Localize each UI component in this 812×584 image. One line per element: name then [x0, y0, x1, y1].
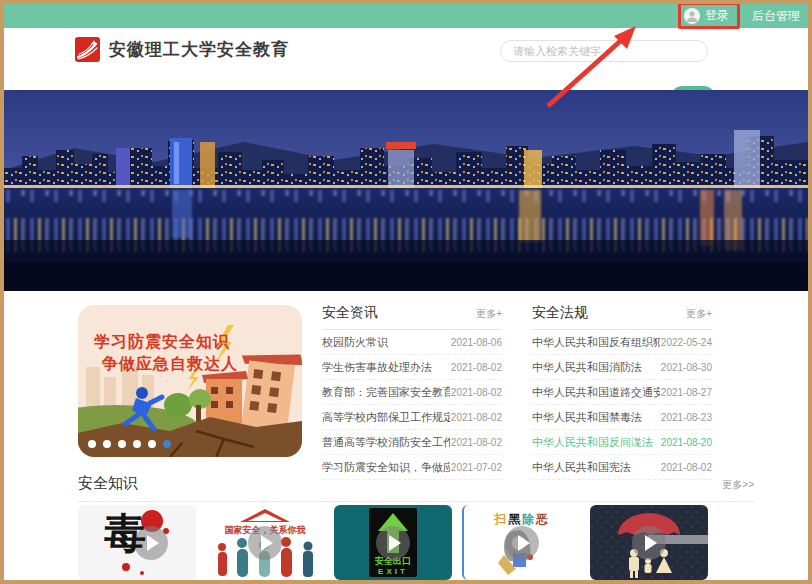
anti-drug-video[interactable]: 毒 — [78, 505, 196, 580]
carousel-dots — [88, 440, 171, 448]
laws-section-title: 安全法规 — [532, 304, 588, 322]
news-item[interactable]: 高等学校内部保卫工作规定 2021-08-02 — [322, 405, 502, 430]
law-item[interactable]: 中华人民共和国反有组织犯罪法 2022-05-24 — [532, 330, 712, 355]
login-button[interactable]: 登录 — [678, 4, 740, 29]
news-item-date: 2021-08-02 — [451, 412, 502, 423]
admin-link[interactable]: 后台管理 — [752, 8, 800, 25]
safety-exit-video[interactable]: 安全出口 EXIT — [334, 505, 452, 580]
search-input[interactable] — [500, 40, 708, 62]
law-item-date: 2021-08-20 — [661, 437, 712, 448]
family-protection-video[interactable] — [590, 505, 708, 580]
news-more-link[interactable]: 更多+ — [476, 307, 502, 321]
news-item-title: 教育部：完善国家安全教育内容体系 — [322, 385, 450, 400]
law-item[interactable]: 中华人民共和国反间谍法 2021-08-20 — [532, 430, 712, 455]
carousel-dot[interactable] — [148, 440, 156, 448]
login-label: 登录 — [705, 7, 729, 24]
play-icon — [376, 526, 410, 560]
site-title: 安徽理工大学安全教育 — [109, 38, 289, 61]
knowledge-more-link[interactable]: 更多>> — [722, 478, 754, 492]
svg-text:争做应急自救达人: 争做应急自救达人 — [101, 354, 238, 373]
news-item-title: 高等学校内部保卫工作规定 — [322, 410, 450, 425]
knowledge-thumbnails: 毒 国家安全，关系你我 — [78, 505, 708, 580]
news-item[interactable]: 校园防火常识 2021-08-06 — [322, 330, 502, 355]
knowledge-section-title: 安全知识 — [78, 474, 138, 493]
law-item-title: 中华人民共和国消防法 — [532, 360, 642, 375]
news-item-title: 校园防火常识 — [322, 335, 388, 350]
play-icon — [632, 526, 666, 560]
news-section-title: 安全资讯 — [322, 304, 378, 322]
page-frame: 登录 后台管理 安徽理工大学安全教育 — [0, 0, 812, 584]
brand: 安徽理工大学安全教育 — [75, 37, 289, 62]
news-item-date: 2021-08-06 — [451, 337, 502, 348]
search-box — [500, 40, 708, 62]
anti-drug-character: 毒 — [104, 513, 146, 555]
site-logo-icon — [75, 37, 100, 62]
news-item-date: 2021-08-02 — [451, 362, 502, 373]
page: 登录 后台管理 安徽理工大学安全教育 — [4, 4, 808, 580]
carousel-dot[interactable] — [118, 440, 126, 448]
law-item[interactable]: 中华人民共和国道路交通安全法 2021-08-27 — [532, 380, 712, 405]
law-item-title: 中华人民共和国道路交通安全法 — [532, 385, 660, 400]
news-item-title: 学生伤害事故处理办法 — [322, 360, 432, 375]
anti-crime-video[interactable]: 扫黑除恶 — [462, 505, 580, 580]
law-item-title: 中华人民共和国宪法 — [532, 460, 631, 475]
law-item-date: 2021-08-27 — [661, 387, 712, 398]
national-security-video[interactable]: 国家安全，关系你我 — [206, 505, 324, 580]
law-item-title: 中华人民共和国反有组织犯罪法 — [532, 335, 660, 350]
news-section: 安全资讯 更多+ 校园防火常识 2021-08-06 学生伤害事故处理办法 20… — [322, 304, 502, 480]
news-item[interactable]: 教育部：完善国家安全教育内容体系 2021-08-02 — [322, 380, 502, 405]
laws-more-link[interactable]: 更多+ — [686, 307, 712, 321]
carousel-dot[interactable] — [133, 440, 141, 448]
hero-banner-image — [4, 90, 808, 291]
news-item-date: 2021-07-02 — [451, 462, 502, 473]
svg-text:学习防震安全知识: 学习防震安全知识 — [94, 332, 230, 350]
news-item[interactable]: 学生伤害事故处理办法 2021-08-02 — [322, 355, 502, 380]
news-item[interactable]: 普通高等学校消防安全工作指南 2021-08-02 — [322, 430, 502, 455]
carousel-dot[interactable] — [163, 440, 171, 448]
user-avatar-icon — [684, 8, 700, 24]
laws-section: 安全法规 更多+ 中华人民共和国反有组织犯罪法 2022-05-24 中华人民共… — [532, 304, 712, 480]
law-item-date: 2021-08-23 — [661, 412, 712, 423]
carousel-dot[interactable] — [88, 440, 96, 448]
law-item-date: 2021-08-02 — [661, 462, 712, 473]
play-icon — [505, 526, 539, 560]
header: 安徽理工大学安全教育 搜索 首页安全资讯安全法规安全知识疫情防控 — [4, 28, 808, 90]
law-item[interactable]: 中华人民共和国禁毒法 2021-08-23 — [532, 405, 712, 430]
law-item-date: 2021-08-30 — [661, 362, 712, 373]
carousel-dot[interactable] — [103, 440, 111, 448]
topbar: 登录 后台管理 — [4, 4, 808, 28]
svg-text:EXIT: EXIT — [378, 567, 408, 576]
carousel-slide[interactable]: 学习防震安全知识 争做应急自救达人 — [78, 305, 302, 457]
law-item-date: 2022-05-24 — [661, 337, 712, 348]
news-item-date: 2021-08-02 — [451, 387, 502, 398]
knowledge-section-header: 安全知识 更多>> — [78, 474, 754, 502]
law-item-title: 中华人民共和国禁毒法 — [532, 410, 642, 425]
news-item-date: 2021-08-02 — [451, 437, 502, 448]
law-item-title: 中华人民共和国反间谍法 — [532, 435, 653, 450]
topbar-right: 登录 后台管理 — [678, 4, 800, 28]
law-item[interactable]: 中华人民共和国消防法 2021-08-30 — [532, 355, 712, 380]
news-item-title: 学习防震安全知识，争做应急自救达人 — [322, 460, 450, 475]
play-icon — [248, 526, 282, 560]
news-item-title: 普通高等学校消防安全工作指南 — [322, 435, 450, 450]
